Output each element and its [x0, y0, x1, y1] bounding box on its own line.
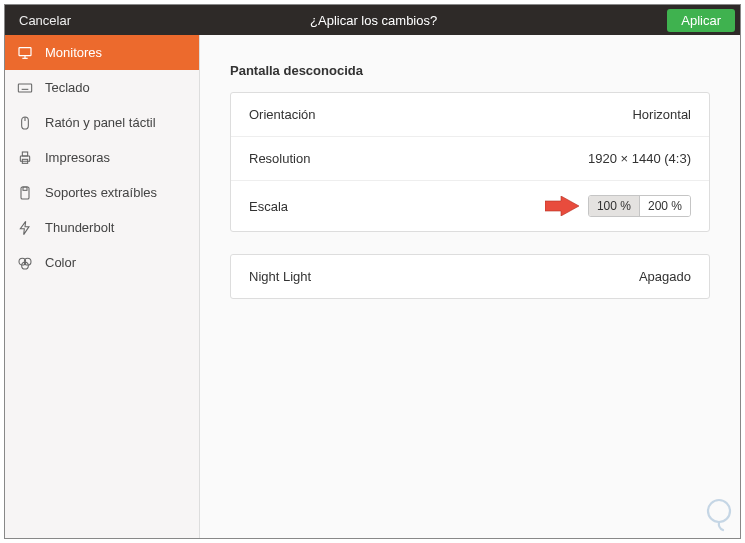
scale-option-100[interactable]: 100 % — [589, 196, 639, 216]
apply-button[interactable]: Aplicar — [667, 9, 735, 32]
svg-point-21 — [708, 500, 730, 522]
sidebar-item-monitors[interactable]: Monitores — [5, 35, 199, 70]
sidebar: Monitores Teclado Ratón y panel táctil I… — [5, 35, 200, 538]
content-area: Pantalla desconocida Orientación Horizon… — [200, 35, 740, 538]
sidebar-item-label: Thunderbolt — [45, 220, 114, 235]
titlebar: Cancelar ¿Aplicar los cambios? Aplicar — [5, 5, 740, 35]
sidebar-item-color[interactable]: Color — [5, 245, 199, 280]
annotation-arrow-icon — [545, 196, 579, 216]
color-icon — [17, 255, 33, 271]
sidebar-item-label: Soportes extraíbles — [45, 185, 157, 200]
printer-icon — [17, 150, 33, 166]
scale-label: Escala — [249, 199, 288, 214]
orientation-value: Horizontal — [632, 107, 691, 122]
window-title: ¿Aplicar los cambios? — [310, 13, 437, 28]
nightlight-row[interactable]: Night Light Apagado — [231, 255, 709, 298]
settings-window: Cancelar ¿Aplicar los cambios? Aplicar M… — [4, 4, 741, 539]
svg-rect-11 — [20, 156, 29, 161]
keyboard-icon — [17, 80, 33, 96]
svg-rect-12 — [22, 152, 27, 156]
svg-rect-3 — [18, 84, 31, 92]
svg-rect-0 — [19, 47, 31, 55]
sidebar-item-mouse[interactable]: Ratón y panel táctil — [5, 105, 199, 140]
nightlight-value: Apagado — [639, 269, 691, 284]
svg-marker-16 — [20, 221, 29, 234]
mouse-icon — [17, 115, 33, 131]
sidebar-item-label: Monitores — [45, 45, 102, 60]
nightlight-panel: Night Light Apagado — [230, 254, 710, 299]
watermark-icon — [701, 497, 737, 537]
section-title: Pantalla desconocida — [230, 63, 710, 78]
sidebar-item-label: Teclado — [45, 80, 90, 95]
sidebar-item-label: Impresoras — [45, 150, 110, 165]
nightlight-label: Night Light — [249, 269, 311, 284]
monitor-icon — [17, 45, 33, 61]
resolution-value: 1920 × 1440 (4:3) — [588, 151, 691, 166]
display-settings-panel: Orientación Horizontal Resolution 1920 ×… — [230, 92, 710, 232]
thunderbolt-icon — [17, 220, 33, 236]
cancel-button[interactable]: Cancelar — [5, 5, 85, 35]
resolution-row[interactable]: Resolution 1920 × 1440 (4:3) — [231, 136, 709, 180]
svg-rect-14 — [21, 187, 29, 199]
resolution-label: Resolution — [249, 151, 310, 166]
sidebar-item-printers[interactable]: Impresoras — [5, 140, 199, 175]
window-body: Monitores Teclado Ratón y panel táctil I… — [5, 35, 740, 538]
sidebar-item-thunderbolt[interactable]: Thunderbolt — [5, 210, 199, 245]
sidebar-item-removable[interactable]: Soportes extraíbles — [5, 175, 199, 210]
orientation-label: Orientación — [249, 107, 315, 122]
sidebar-item-keyboard[interactable]: Teclado — [5, 70, 199, 105]
scale-row: Escala 100 % 200 % — [231, 180, 709, 231]
sidebar-item-label: Ratón y panel táctil — [45, 115, 156, 130]
scale-toggle: 100 % 200 % — [588, 195, 691, 217]
scale-option-200[interactable]: 200 % — [639, 196, 690, 216]
svg-marker-20 — [545, 196, 579, 216]
sidebar-item-label: Color — [45, 255, 76, 270]
orientation-row[interactable]: Orientación Horizontal — [231, 93, 709, 136]
svg-rect-15 — [23, 187, 27, 190]
removable-media-icon — [17, 185, 33, 201]
